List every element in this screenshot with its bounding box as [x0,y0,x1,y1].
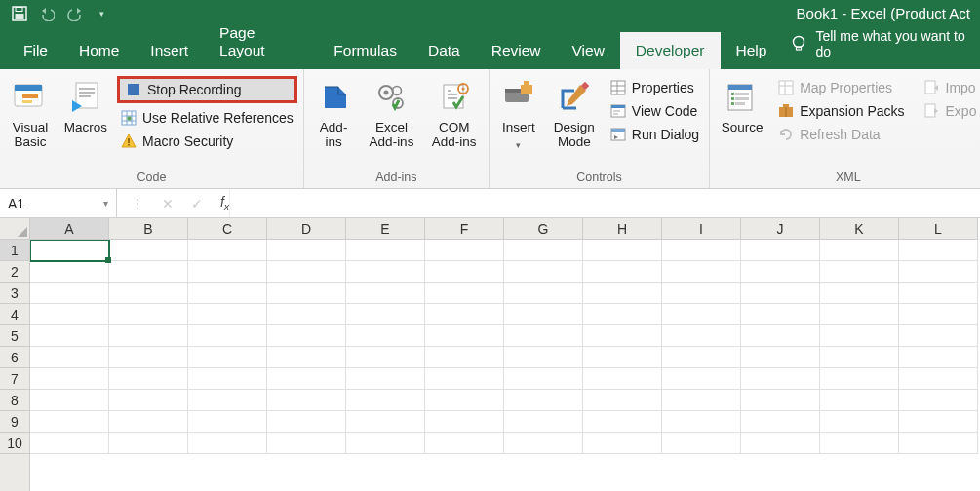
cell[interactable] [267,433,346,454]
column-header[interactable]: G [504,218,583,240]
cell[interactable] [188,390,267,411]
cell[interactable] [30,411,109,433]
column-header[interactable]: F [425,218,504,240]
select-all-corner[interactable] [0,218,30,240]
cell[interactable] [30,347,109,368]
import-button[interactable]: Impo [921,79,980,96]
cell[interactable] [741,261,820,283]
cell[interactable] [899,240,978,261]
row-header[interactable]: 8 [0,390,29,411]
properties-button[interactable]: Properties [607,79,703,96]
cell[interactable] [346,240,425,261]
cell[interactable] [188,325,267,347]
insert-button[interactable]: Insert ▾ [495,73,542,153]
column-header[interactable]: C [188,218,267,240]
cell[interactable] [820,325,899,347]
cell[interactable] [267,283,346,304]
row-header[interactable]: 6 [0,347,29,368]
cell[interactable] [30,390,109,411]
tab-insert[interactable]: Insert [135,32,204,69]
cell[interactable] [820,390,899,411]
cell[interactable] [741,390,820,411]
name-box[interactable]: A1 ▾ [0,189,117,217]
cell[interactable] [662,261,741,283]
cell[interactable] [346,283,425,304]
cell[interactable] [30,283,109,304]
tab-review[interactable]: Review [476,32,557,69]
cell[interactable] [109,240,188,261]
formula-input[interactable] [229,189,980,217]
column-header[interactable]: B [109,218,188,240]
cell[interactable] [820,411,899,433]
refresh-data-button[interactable]: Refresh Data [774,126,908,143]
cell[interactable] [425,283,504,304]
cell[interactable] [899,261,978,283]
cell[interactable] [504,390,583,411]
fx-icon[interactable]: fx [220,194,229,212]
column-header[interactable]: H [583,218,662,240]
cell[interactable] [30,261,109,283]
cell[interactable] [188,240,267,261]
cell[interactable] [820,368,899,390]
cell[interactable] [662,411,741,433]
cell[interactable] [267,390,346,411]
row-header[interactable]: 5 [0,325,29,347]
column-header[interactable]: E [346,218,425,240]
save-icon[interactable] [12,6,27,21]
cell[interactable] [109,411,188,433]
cell[interactable] [741,433,820,454]
cell[interactable] [899,325,978,347]
row-header[interactable]: 1 [0,240,29,261]
cell[interactable] [346,261,425,283]
tab-page-layout[interactable]: Page Layout [204,15,318,69]
expansion-packs-button[interactable]: Expansion Packs [774,102,908,120]
cell[interactable] [741,304,820,325]
cell[interactable] [30,368,109,390]
enter-icon[interactable]: ✓ [191,196,203,211]
cell[interactable] [346,411,425,433]
cell[interactable] [662,390,741,411]
macros-button[interactable]: Macros [60,73,111,134]
cell[interactable] [741,325,820,347]
cell[interactable] [425,390,504,411]
cell[interactable] [30,304,109,325]
chevron-down-icon[interactable]: ▾ [103,198,108,208]
macro-security-button[interactable]: Macro Security [117,132,297,150]
cell[interactable] [109,390,188,411]
cell[interactable] [662,433,741,454]
cell[interactable] [504,347,583,368]
cell[interactable] [741,411,820,433]
cell[interactable] [346,325,425,347]
run-dialog-button[interactable]: Run Dialog [607,126,703,143]
redo-icon[interactable] [66,6,82,21]
cell[interactable] [504,304,583,325]
cell[interactable] [267,411,346,433]
cell[interactable] [741,368,820,390]
cell[interactable] [504,411,583,433]
cell[interactable] [583,390,662,411]
cell[interactable] [267,368,346,390]
cell[interactable] [425,347,504,368]
cell[interactable] [662,240,741,261]
cell[interactable] [899,368,978,390]
view-code-button[interactable]: View Code [607,102,703,120]
cell[interactable] [188,283,267,304]
cell[interactable] [662,283,741,304]
row-header[interactable]: 3 [0,283,29,304]
cell[interactable] [425,240,504,261]
cell[interactable] [583,240,662,261]
cell[interactable] [188,347,267,368]
cell[interactable] [267,240,346,261]
cell[interactable] [820,304,899,325]
row-header[interactable]: 4 [0,304,29,325]
column-header[interactable]: L [899,218,978,240]
column-header[interactable]: A [30,218,109,240]
row-header[interactable]: 10 [0,433,29,454]
cell[interactable] [109,368,188,390]
cell[interactable] [583,411,662,433]
source-button[interactable]: Source [716,73,768,134]
column-header[interactable]: D [267,218,346,240]
cell[interactable] [820,283,899,304]
visual-basic-button[interactable]: Visual Basic [6,73,55,149]
map-properties-button[interactable]: Map Properties [774,79,908,96]
